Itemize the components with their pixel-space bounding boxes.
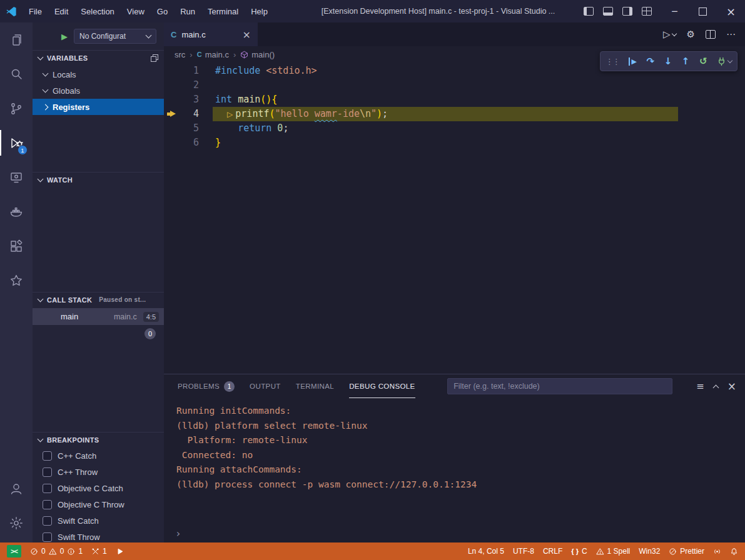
code-line[interactable]: 2 [164,78,745,92]
activity-item-run-debug[interactable]: 1 [0,126,33,160]
breadcrumb-item-main[interactable]: main() [240,50,275,59]
activity-item-source-control[interactable] [0,91,33,126]
tab-main-c[interactable]: C main.c × [164,22,258,46]
breakpoint-item-objective-c-catch[interactable]: Objective C Catch [33,480,164,496]
checkbox-icon[interactable] [43,484,52,493]
more-actions-button[interactable]: ⋯ [726,29,736,40]
step-out-button[interactable]: ↑ [682,56,690,67]
gutter[interactable]: 1 [164,64,213,78]
split-editor-button[interactable] [706,30,716,39]
menu-view[interactable]: View [121,0,151,22]
gutter[interactable]: 2 [164,78,213,92]
drag-handle-icon[interactable]: ⋮⋮ [606,57,619,66]
continue-button[interactable]: ▶ [629,58,636,66]
status-item-platform[interactable]: Win32 [634,542,664,560]
restart-button[interactable]: ↺ [699,56,707,67]
gutter[interactable]: 5 [164,121,213,136]
status-item-tools[interactable]: 1 [87,542,111,560]
gutter[interactable]: 6 [164,136,213,150]
minimize-button[interactable]: ─ [661,0,689,22]
status-item-spell-checker[interactable]: 1 Spell [592,542,635,560]
code-line[interactable]: 3int main(){ [164,92,745,107]
code-line[interactable]: 6} [164,136,745,150]
checkbox-icon[interactable] [43,516,52,526]
toggle-sidebar-icon[interactable] [584,7,594,16]
menu-run[interactable]: Run [174,0,201,22]
step-into-button[interactable]: ↓ [664,56,672,67]
collapse-all-icon[interactable] [151,54,158,62]
step-over-button[interactable]: ↷ [646,56,654,67]
customize-layout-icon[interactable] [642,7,652,16]
close-panel-icon[interactable]: × [727,380,736,392]
activity-item-docker[interactable] [0,194,33,229]
activity-item-account[interactable] [0,471,33,506]
maximize-panel-icon[interactable] [714,381,718,392]
variables-item-globals[interactable]: Globals [33,82,164,99]
breadcrumb-item-main-c[interactable]: Cmain.c [197,50,229,59]
status-item-remote-indicator[interactable]: >< [3,542,26,560]
disconnect-button[interactable] [717,57,732,66]
status-item-debug-start[interactable] [111,542,128,560]
panel-tab-debug-console[interactable]: DEBUG CONSOLE [349,374,415,398]
breakpoint-item-swift-catch[interactable]: Swift Catch [33,512,164,529]
variables-section-header[interactable]: VARIABLES [33,50,164,65]
stack-frame-row[interactable]: main main.c 4:5 [33,308,164,325]
console-input[interactable]: › [175,528,181,539]
variables-item-locals[interactable]: Locals [33,66,164,82]
activity-item-star[interactable] [0,263,33,298]
code-editor[interactable]: 1#include <stdio.h>23int main(){4 ▷print… [164,62,745,374]
breakpoint-item-c-throw[interactable]: C++ Throw [33,464,164,480]
menu-file[interactable]: File [23,0,48,22]
watch-section-header[interactable]: WATCH [33,172,164,187]
menu-edit[interactable]: Edit [48,0,74,22]
checkbox-icon[interactable] [43,532,52,542]
status-item-notifications[interactable] [726,542,742,560]
code-line[interactable]: 5 return 0; [164,121,745,136]
run-menu-button[interactable]: ▷ [663,29,676,40]
breakpoint-item-objective-c-throw[interactable]: Objective C Throw [33,496,164,512]
activity-item-extensions[interactable] [0,229,33,263]
callstack-section-header[interactable]: CALL STACK Paused on st... [33,292,164,307]
menu-go[interactable]: Go [151,0,174,22]
activity-item-remote-explorer[interactable] [0,160,33,194]
status-item-eol[interactable]: CRLF [539,542,567,560]
status-item-encoding[interactable]: UTF-8 [509,542,539,560]
status-item-problems[interactable]: 001 [26,542,87,560]
breakpoints-list: C++ CatchC++ ThrowObjective C CatchObjec… [33,448,164,542]
console-filter-input[interactable] [447,378,672,394]
breakpoints-section-header[interactable]: BREAKPOINTS [33,432,164,447]
menu-terminal[interactable]: Terminal [201,0,245,22]
activity-item-explorer[interactable] [0,22,33,57]
launch-config-dropdown[interactable]: No Configurat [74,29,156,44]
checkbox-icon[interactable] [43,451,52,461]
activity-item-settings[interactable] [0,506,33,540]
menu-selection[interactable]: Selection [74,0,120,22]
checkbox-icon[interactable] [43,468,52,477]
status-item-feedback[interactable] [709,542,726,560]
breakpoint-item-swift-throw[interactable]: Swift Throw [33,529,164,542]
breakpoint-item-c-catch[interactable]: C++ Catch [33,448,164,464]
checkbox-icon[interactable] [43,500,52,509]
menu-help[interactable]: Help [245,0,274,22]
activity-item-search[interactable] [0,57,33,91]
start-debug-button[interactable]: ▶ [61,32,68,41]
status-item-language-mode[interactable]: { }C [567,542,591,560]
panel-tab-terminal[interactable]: TERMINAL [296,374,334,398]
close-button[interactable]: × [717,0,745,22]
settings-gear-icon[interactable]: ⚙ [687,29,695,40]
panel-tab-problems[interactable]: PROBLEMS1 [178,374,235,398]
status-item-prettier[interactable]: Prettier [664,542,709,560]
code-line[interactable]: 4 ▷printf("hello wamr-ide\n"); [164,107,745,121]
status-item-cursor-position[interactable]: Ln 4, Col 5 [464,542,509,560]
variables-item-registers[interactable]: Registers [33,99,164,115]
toggle-secondary-sidebar-icon[interactable] [622,7,632,16]
close-tab-icon[interactable]: × [243,29,251,41]
panel-tab-output[interactable]: OUTPUT [250,374,281,398]
breadcrumb-item-src[interactable]: src [175,50,185,59]
toggle-panel-icon[interactable] [603,7,613,16]
maximize-button[interactable] [689,0,717,22]
gutter[interactable]: 3 [164,92,213,107]
filter-lines-icon[interactable]: ≡ [696,381,704,392]
tab-label: main.c [181,30,205,39]
gutter[interactable]: 4 [164,107,213,121]
